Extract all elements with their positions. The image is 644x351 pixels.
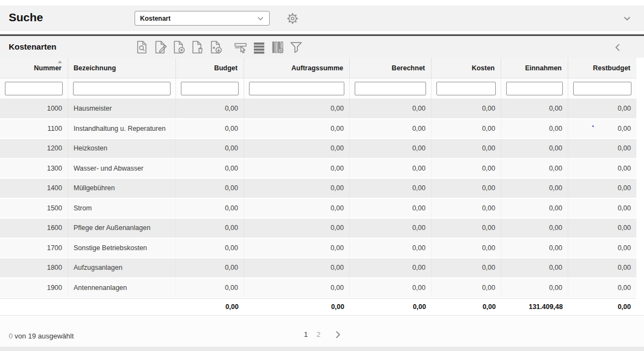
cell-einnahmen: 0,00: [501, 99, 568, 118]
add-document-button[interactable]: [171, 39, 187, 55]
export-document-button[interactable]: [208, 39, 224, 55]
total-kosten: 0,00: [432, 299, 501, 315]
next-page-button[interactable]: [332, 329, 344, 341]
rows-layout-button[interactable]: [251, 39, 268, 55]
cell-budget: 0,00: [176, 199, 244, 218]
column-header-budget[interactable]: Budget: [176, 58, 244, 78]
total-berechnet: 0,00: [350, 299, 432, 315]
filter-input-einnahmen[interactable]: [506, 82, 563, 95]
app-window: Suche Kostenart Kostenarten: [0, 0, 644, 351]
document-add-icon: [172, 40, 186, 55]
filter-input-restbudget[interactable]: [573, 82, 631, 95]
table-row[interactable]: 1700 Sonstige Betriebskosten 0,00 0,00 0…: [0, 239, 636, 259]
delete-document-button[interactable]: [190, 39, 206, 55]
column-header-kosten[interactable]: Kosten: [432, 58, 501, 78]
document-delete-icon: [190, 40, 205, 55]
table-row[interactable]: 1300 Wasser- und Abwasser 0,00 0,00 0,00…: [0, 159, 636, 179]
page-button-2[interactable]: 2: [312, 328, 325, 341]
cell-auftragssumme: 0,00: [244, 139, 350, 158]
column-settings-button[interactable]: [270, 39, 286, 55]
page-button-1[interactable]: 1: [300, 328, 312, 341]
filter-input-budget[interactable]: [181, 82, 239, 95]
cell-auftragssumme: 0,00: [244, 119, 350, 138]
cell-bezeichnung: Hausmeister: [68, 99, 176, 118]
table-row[interactable]: 1900 Antennenanlagen 0,00 0,00 0,00 0,00…: [0, 279, 636, 299]
cell-bezeichnung: Instandhaltung u. Reperaturen: [68, 119, 176, 138]
table-row[interactable]: 1800 Aufzugsanlagen 0,00 0,00 0,00 0,00 …: [0, 258, 636, 279]
cell-bezeichnung: Heizkosten: [68, 139, 176, 158]
filter-button[interactable]: [288, 39, 305, 55]
search-collapse-button[interactable]: [621, 13, 634, 25]
table-row[interactable]: 1000 Hausmeister 0,00 0,00 0,00 0,00 0,0…: [0, 99, 636, 119]
selection-status: 0 von 19 ausgewählt: [9, 332, 74, 340]
filter-cell: [176, 78, 244, 99]
column-header-restbudget[interactable]: Restbudget: [568, 58, 636, 78]
table-row[interactable]: 1200 Heizkosten 0,00 0,00 0,00 0,00 0,00…: [0, 139, 636, 159]
table-row[interactable]: 1600 Pflege der Außenanlagen 0,00 0,00 0…: [0, 219, 636, 239]
chevron-down-icon: [621, 13, 633, 24]
toolbar: [134, 39, 307, 55]
table-row[interactable]: 1100 Instandhaltung u. Reperaturen 0,00 …: [0, 119, 636, 140]
cell-budget: 0,00: [176, 279, 244, 298]
cell-kosten: 0,00: [432, 139, 501, 158]
cell-berechnet: 0,00: [350, 99, 432, 118]
filter-cell: [350, 78, 432, 99]
cell-budget: 0,00: [176, 139, 244, 158]
filter-input-auftragssumme[interactable]: [249, 82, 344, 95]
cell-nummer: 1000: [0, 99, 68, 118]
table-select-cursor-icon: [233, 40, 248, 55]
table-row[interactable]: 1500 Strom 0,00 0,00 0,00 0,00 0,00 0,00: [0, 199, 636, 219]
cell-budget: 0,00: [176, 119, 244, 138]
cell-einnahmen: 0,00: [501, 199, 568, 218]
cell-einnahmen: 0,00: [501, 159, 568, 178]
select-rows-button[interactable]: [233, 39, 249, 55]
cell-auftragssumme: 0,00: [244, 258, 350, 277]
filter-input-nummer[interactable]: [5, 82, 63, 95]
table-row[interactable]: 1400 Müllgebühren 0,00 0,00 0,00 0,00 0,…: [0, 179, 636, 199]
search-settings-button[interactable]: [285, 11, 301, 26]
search-title: Suche: [9, 11, 43, 24]
cell-restbudget: 0,00: [568, 219, 636, 238]
cell-bezeichnung: Aufzugsanlagen: [68, 258, 176, 277]
note-dot-icon: [592, 125, 594, 127]
column-header-einnahmen[interactable]: Einnahmen: [501, 58, 568, 78]
entity-dropdown[interactable]: Kostenart: [135, 11, 270, 26]
filter-funnel-icon: [289, 40, 303, 55]
top-margin: [0, 0, 644, 5]
cell-bezeichnung: Wasser- und Abwasser: [68, 159, 176, 178]
column-header-bezeichnung[interactable]: Bezeichnung: [68, 58, 176, 78]
cell-bezeichnung: Müllgebühren: [68, 179, 176, 198]
cell-berechnet: 0,00: [350, 239, 432, 258]
cell-nummer: 1400: [0, 179, 68, 198]
column-header-berechnet[interactable]: Berechnet: [350, 58, 432, 78]
cell-auftragssumme: 0,00: [244, 179, 350, 198]
cell-nummer: 1900: [0, 279, 68, 298]
cell-berechnet: 0,00: [350, 139, 432, 158]
cell-restbudget: 0,00: [568, 279, 636, 298]
cell-nummer: 1200: [0, 139, 68, 158]
panel-title: Kostenarten: [9, 42, 57, 51]
cell-restbudget: 0,00: [568, 179, 636, 198]
gear-icon: [285, 11, 300, 26]
filter-input-bezeichnung[interactable]: [73, 82, 171, 95]
rows-layout-icon: [252, 40, 266, 55]
filter-input-berechnet[interactable]: [355, 82, 426, 95]
document-export-icon: [209, 40, 223, 55]
table-filter-row: [0, 78, 636, 99]
bottom-strip: [0, 347, 644, 351]
column-header-auftragssumme[interactable]: Auftragssumme: [244, 58, 350, 78]
cell-einnahmen: 0,00: [501, 139, 568, 158]
panel-collapse-button[interactable]: [612, 41, 624, 53]
cell-auftragssumme: 0,00: [244, 279, 350, 298]
cell-kosten: 0,00: [432, 258, 501, 277]
preview-document-button[interactable]: [134, 39, 150, 55]
cell-restbudget: 0,00: [568, 99, 636, 118]
cell-einnahmen: 0,00: [501, 239, 568, 258]
sort-ascending-icon: [58, 60, 62, 63]
cell-nummer: 1300: [0, 159, 68, 178]
filter-input-kosten[interactable]: [436, 82, 496, 95]
column-header-nummer[interactable]: Nummer: [0, 58, 68, 78]
cell-bezeichnung: Sonstige Betriebskosten: [68, 239, 176, 258]
edit-document-button[interactable]: [153, 39, 169, 55]
cell-einnahmen: 0,00: [501, 179, 568, 198]
